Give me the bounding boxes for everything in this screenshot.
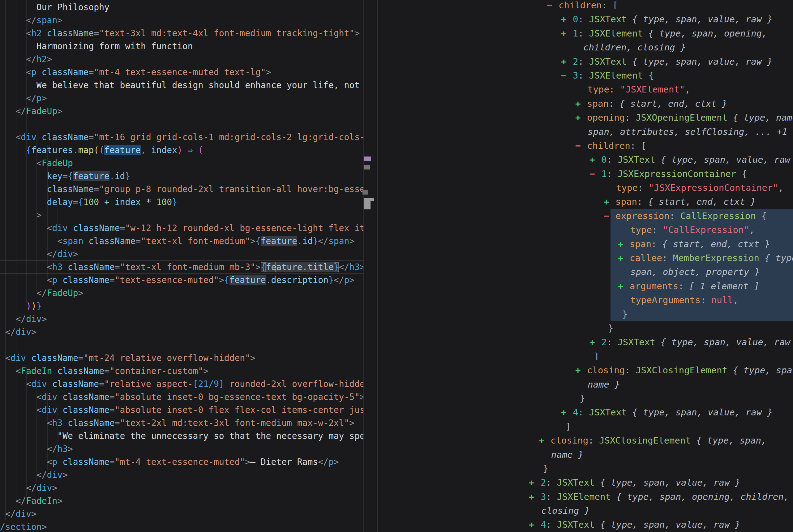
tree-expand-icon[interactable]: + <box>589 153 601 167</box>
ast-line[interactable]: +span: { start, end, ctxt } <box>378 195 793 209</box>
code-line[interactable]: <FadeUp <box>0 157 363 170</box>
ast-line[interactable]: +2: JSXText { type, span, value, raw } <box>378 476 793 490</box>
ast-line[interactable]: +span: { start, end, ctxt } <box>378 237 793 251</box>
ast-line[interactable]: closing } <box>378 504 793 518</box>
ast-line[interactable]: typeArguments: null, <box>378 293 793 307</box>
ast-line[interactable]: −expression: CallExpression { <box>378 209 793 223</box>
tree-collapse-icon[interactable]: − <box>589 167 601 181</box>
tree-expand-icon[interactable]: + <box>575 363 587 377</box>
ast-line[interactable]: +opening: JSXOpeningElement { type, name… <box>378 111 793 125</box>
code-line[interactable]: </div> <box>0 248 363 261</box>
ast-inspector-panel[interactable]: −children: [+0: JSXText { type, span, va… <box>378 0 793 532</box>
ast-line[interactable]: } <box>378 392 793 405</box>
code-line[interactable]: </p> <box>0 92 363 105</box>
tree-expand-icon[interactable]: + <box>539 434 550 448</box>
code-editor-panel[interactable]: Our Philosophy </span> <h2 className="te… <box>0 0 363 532</box>
tree-expand-icon[interactable]: + <box>561 26 573 40</box>
tree-expand-icon[interactable]: + <box>618 279 630 293</box>
tree-expand-icon[interactable]: + <box>575 97 587 111</box>
ast-line[interactable]: +4: JSXText { type, span, value, raw } <box>378 518 793 532</box>
code-line[interactable]: <p className="text-essence-muted">{featu… <box>0 274 363 287</box>
code-line[interactable]: Harmonizing form with function <box>0 40 363 53</box>
ast-line[interactable]: −children: [ <box>378 0 793 12</box>
tree-expand-icon[interactable]: + <box>529 490 541 504</box>
code-line[interactable]: </h2> <box>0 53 363 66</box>
ast-line[interactable]: +0: JSXText { type, span, value, raw } <box>378 12 793 26</box>
code-line[interactable]: "We eliminate the unnecessary so that th… <box>0 430 363 443</box>
code-line[interactable]: <div className="mt-16 grid grid-cols-1 m… <box>0 131 363 144</box>
code-line[interactable]: > <box>0 209 363 222</box>
tree-collapse-icon[interactable]: − <box>547 0 559 12</box>
code-line[interactable]: </div> <box>0 313 363 326</box>
ast-line[interactable]: type: "JSXExpressionContainer", <box>378 181 793 195</box>
ast-line[interactable]: +1: JSXElement { type, span, opening, <box>378 26 793 40</box>
tree-collapse-icon[interactable]: − <box>604 209 616 223</box>
ast-line[interactable]: ] <box>378 420 793 434</box>
ast-line[interactable]: type: "CallExpression", <box>378 223 793 237</box>
tree-expand-icon[interactable]: + <box>561 55 573 69</box>
code-line[interactable]: We believe that beautiful design should … <box>0 79 363 92</box>
ast-line[interactable]: −3: JSXElement { <box>378 69 793 82</box>
code-line[interactable]: <div className="absolute inset-0 bg-esse… <box>0 391 363 404</box>
tree-expand-icon[interactable]: + <box>618 251 630 265</box>
code-line[interactable]: <h3 className="text-2xl md:text-3xl font… <box>0 417 363 430</box>
code-line[interactable]: </div> <box>0 508 363 520</box>
code-line[interactable]: delay={100 + index * 100} <box>0 196 363 209</box>
code-line[interactable]: </span> <box>0 14 363 27</box>
ast-line[interactable]: −children: [ <box>378 139 793 153</box>
code-line[interactable]: <p className="mt-4 text-essence-muted te… <box>0 66 363 79</box>
ast-line[interactable]: +callee: MemberExpression { type, <box>378 251 793 265</box>
code-line[interactable]: Our Philosophy <box>0 1 363 14</box>
ast-line[interactable]: ] <box>378 349 793 363</box>
ast-line[interactable]: +arguments: [ 1 element ] <box>378 279 793 293</box>
code-line[interactable]: <div className="absolute inset-0 flex fl… <box>0 404 363 417</box>
code-line[interactable]: <h3 className="text-xl font-medium mb-3"… <box>0 261 363 274</box>
code-line[interactable]: <div className="mt-24 relative overflow-… <box>0 352 363 365</box>
code-line[interactable]: <p className="mt-4 text-essence-muted">—… <box>0 456 363 469</box>
ast-line[interactable]: span, object, property } <box>378 265 793 279</box>
ast-line[interactable]: } <box>378 321 793 335</box>
code-line[interactable] <box>0 339 363 352</box>
code-line[interactable]: <h2 className="text-3xl md:text-4xl font… <box>0 27 363 40</box>
ast-line[interactable]: +span: { start, end, ctxt } <box>378 97 793 111</box>
tree-expand-icon[interactable]: + <box>604 195 616 209</box>
ast-line[interactable]: +3: JSXElement { type, span, opening, ch… <box>378 490 793 504</box>
code-line[interactable]: <FadeIn className="container-custom"> <box>0 365 363 378</box>
ast-line[interactable]: +4: JSXText { type, span, value, raw } <box>378 405 793 419</box>
tree-expand-icon[interactable]: + <box>561 405 573 419</box>
tree-expand-icon[interactable]: + <box>529 518 541 532</box>
tree-collapse-icon[interactable]: − <box>561 69 573 82</box>
ast-line[interactable]: span, attributes, selfClosing, ... +1 } <box>378 125 793 139</box>
ast-line[interactable]: +closing: JSXClosingElement { type, span… <box>378 434 793 448</box>
code-line[interactable]: </h3> <box>0 443 363 456</box>
code-line[interactable]: <div className="w-12 h-12 rounded-xl bg-… <box>0 222 363 235</box>
code-line[interactable]: ))} <box>0 300 363 313</box>
code-line[interactable] <box>0 118 363 131</box>
code-line[interactable]: </div> <box>0 481 363 495</box>
ast-line[interactable]: −1: JSXExpressionContainer { <box>378 167 793 181</box>
code-line[interactable]: <span className="text-xl font-medium">{f… <box>0 235 363 248</box>
ast-line[interactable]: } <box>378 462 793 476</box>
code-line[interactable]: <div className="relative aspect-[21/9] r… <box>0 378 363 391</box>
ast-line[interactable]: type: "JSXElement", <box>378 82 793 96</box>
code-line[interactable]: </FadeUp> <box>0 105 363 118</box>
code-line[interactable]: </div> <box>0 326 363 339</box>
code-line[interactable]: className="group p-8 rounded-2xl transit… <box>0 183 363 196</box>
ast-line[interactable]: name } <box>378 448 793 462</box>
tree-expand-icon[interactable]: + <box>575 111 587 125</box>
code-line[interactable]: </div> <box>0 469 363 481</box>
tree-expand-icon[interactable]: + <box>529 476 541 490</box>
tree-expand-icon[interactable]: + <box>618 237 630 251</box>
code-line[interactable]: </section> <box>0 520 363 532</box>
ast-line[interactable]: } <box>378 307 793 321</box>
tree-expand-icon[interactable]: + <box>561 12 573 26</box>
code-line[interactable]: </FadeIn> <box>0 495 363 508</box>
ast-line[interactable]: +closing: JSXClosingElement { type, span… <box>378 363 793 377</box>
ast-line[interactable]: +0: JSXText { type, span, value, raw } <box>378 153 793 167</box>
tree-collapse-icon[interactable]: − <box>575 139 587 153</box>
code-line[interactable]: {features.map((feature, index) ⇒ ( <box>0 144 363 157</box>
ast-line[interactable]: children, closing } <box>378 40 793 54</box>
ast-line[interactable]: name } <box>378 378 793 392</box>
tree-expand-icon[interactable]: + <box>589 335 601 349</box>
code-line[interactable]: </FadeUp> <box>0 287 363 300</box>
